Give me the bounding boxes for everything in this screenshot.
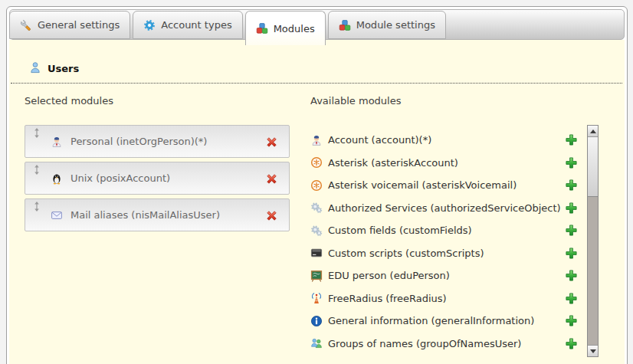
- tab-label: General settings: [38, 19, 120, 31]
- terminal-icon: [310, 247, 323, 259]
- available-module-row: FreeRadius (freeRadius): [310, 287, 580, 310]
- add-module-button[interactable]: [565, 133, 578, 146]
- available-module-row: Authorized Services (authorizedServiceOb…: [310, 197, 580, 220]
- module-label: Authorized Services (authorizedServiceOb…: [328, 202, 561, 214]
- remove-module-button[interactable]: [265, 136, 278, 149]
- drag-handle-icon[interactable]: [34, 202, 40, 212]
- asterisk-icon: [310, 179, 323, 192]
- radio-icon: [310, 292, 323, 304]
- tab-label: Account types: [161, 19, 231, 31]
- module-label: Custom scripts (customScripts): [328, 248, 484, 259]
- selected-module-row[interactable]: Unix (posixAccount): [25, 162, 290, 195]
- group-icon: [310, 337, 323, 349]
- scroll-down-button[interactable]: [588, 345, 598, 356]
- module-label: Unix (posixAccount): [71, 172, 170, 184]
- add-module-button[interactable]: [565, 292, 578, 305]
- tab-bar: General settings Account types Modules M…: [9, 9, 625, 40]
- remove-module-button[interactable]: [265, 209, 278, 222]
- module-label: Account (account)(*): [328, 134, 431, 146]
- add-module-button[interactable]: [565, 314, 578, 327]
- available-modules-scrollbar[interactable]: [587, 125, 599, 357]
- mail-icon: [51, 209, 63, 221]
- asterisk-icon: [310, 156, 323, 169]
- blackboard-icon: [310, 270, 323, 282]
- available-module-row: Custom fields (customFields): [310, 219, 580, 242]
- info-icon: [310, 315, 323, 327]
- module-label: Asterisk (asteriskAccount): [328, 157, 458, 169]
- drag-handle-icon[interactable]: [34, 165, 40, 175]
- person-icon: [310, 134, 323, 146]
- settings-window: General settings Account types Modules M…: [6, 6, 628, 364]
- module-label: Groups of names (groupOfNamesUser): [328, 338, 521, 349]
- modules-panel: Users Selected modules Available modules…: [9, 40, 625, 364]
- modules-icon: [339, 19, 351, 31]
- add-module-button[interactable]: [565, 156, 578, 169]
- selected-modules-label: Selected modules: [25, 95, 113, 107]
- selected-module-row[interactable]: Personal (inetOrgPerson)(*): [25, 125, 290, 158]
- available-module-row: EDU person (eduPerson): [310, 264, 580, 287]
- modules-icon: [256, 22, 268, 34]
- user-icon: [29, 61, 41, 76]
- tab-label: Modules: [274, 23, 315, 34]
- module-label: FreeRadius (freeRadius): [328, 293, 447, 304]
- module-label: Custom fields (customFields): [328, 225, 472, 236]
- gear-icon: [143, 19, 156, 31]
- remove-module-button[interactable]: [265, 172, 278, 185]
- module-label: General information (generalInformation): [328, 315, 534, 326]
- person-icon: [51, 136, 63, 148]
- module-label: Asterisk voicemail (asteriskVoicemail): [328, 179, 517, 191]
- scrollbar-thumb[interactable]: [588, 137, 598, 197]
- section-separator: [11, 83, 622, 84]
- module-label: EDU person (eduPerson): [328, 270, 450, 281]
- arrow-down-icon: [590, 349, 596, 353]
- add-module-button[interactable]: [565, 224, 578, 237]
- available-module-row: Asterisk (asteriskAccount): [310, 152, 580, 175]
- users-section-header: Users: [29, 61, 79, 76]
- penguin-icon: [51, 172, 63, 185]
- gears-icon: [310, 202, 323, 214]
- module-label: Mail aliases (nisMailAliasUser): [71, 209, 220, 221]
- add-module-button[interactable]: [565, 247, 578, 260]
- scroll-up-button[interactable]: [588, 126, 598, 137]
- wrench-icon: [20, 19, 32, 31]
- selected-modules-list: Personal (inetOrgPerson)(*) Unix (posixA…: [25, 125, 290, 235]
- arrow-up-icon: [590, 130, 596, 133]
- available-module-row: Groups of names (groupOfNamesUser): [310, 333, 580, 356]
- section-title: Users: [48, 63, 79, 74]
- drag-handle-icon[interactable]: [34, 128, 40, 138]
- selected-module-row[interactable]: Mail aliases (nisMailAliasUser): [25, 198, 290, 231]
- gears-icon: [310, 225, 323, 237]
- tab-label: Module settings: [356, 19, 435, 31]
- add-module-button[interactable]: [565, 269, 578, 282]
- tab-modules[interactable]: Modules: [245, 11, 326, 45]
- available-modules-label: Available modules: [310, 95, 401, 107]
- tab-module-settings[interactable]: Module settings: [328, 11, 446, 39]
- tab-account-types[interactable]: Account types: [133, 11, 242, 39]
- add-module-button[interactable]: [565, 179, 578, 192]
- add-module-button[interactable]: [565, 202, 578, 215]
- available-module-row: Custom scripts (customScripts): [310, 242, 580, 265]
- add-module-button[interactable]: [565, 337, 578, 350]
- available-module-row: General information (generalInformation): [310, 310, 580, 333]
- module-label: Personal (inetOrgPerson)(*): [71, 136, 207, 147]
- available-modules-list: Account (account)(*) Asterisk (asteriskA…: [310, 129, 580, 355]
- available-module-row: Asterisk voicemail (asteriskVoicemail): [310, 174, 580, 197]
- tab-general-settings[interactable]: General settings: [9, 11, 130, 39]
- available-module-row: Account (account)(*): [310, 129, 580, 152]
